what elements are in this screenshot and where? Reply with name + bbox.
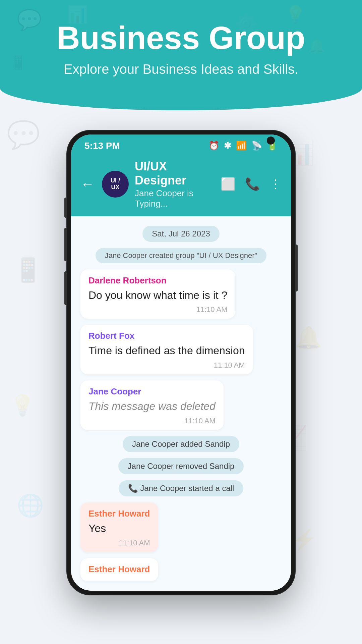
sender-name-esther: Esther Howard [88, 508, 150, 519]
signal-icon: 📡 [251, 141, 262, 151]
phone-btn-volume-down [64, 228, 67, 261]
sender-name-robert: Robert Fox [88, 331, 245, 341]
message-text-esther: Yes [88, 521, 150, 536]
svg-text:📱: 📱 [13, 256, 43, 284]
message-text-darlene: Do you know what time is it ? [88, 288, 227, 303]
action-text-remove: Jane Cooper removed Sandip [128, 462, 235, 471]
page-body: 💬 📊 ⚙️ 📱 🔔 💡 📈 🌐 ⚡ 5:13 PM ⏰ ✱ [0, 110, 362, 615]
action-removed-sandip: Jane Cooper removed Sandip [118, 458, 244, 474]
svg-text:💬: 💬 [7, 119, 40, 151]
message-esther: Esther Howard Yes 11:10 AM [80, 502, 158, 552]
action-text-add: Jane Cooper added Sandip [132, 439, 230, 449]
phone-btn-power [295, 245, 298, 291]
voice-call-icon[interactable]: 📞 [245, 177, 260, 191]
action-started-call: 📞 Jane Cooper started a call [119, 480, 244, 496]
alarm-icon: ⏰ [208, 141, 219, 151]
header-subtitle: Explore your Business Ideas and Skills. [13, 62, 349, 77]
message-text-robert: Time is defined as the dimension [88, 343, 245, 358]
svg-text:🔔: 🔔 [295, 325, 322, 351]
typing-status: Jane Cooper is Typing... [135, 188, 215, 209]
chat-info: UI/UX Designer Jane Cooper is Typing... [135, 159, 215, 209]
back-button[interactable]: ← [80, 176, 95, 192]
phone-mockup: 5:13 PM ⏰ ✱ 📶 📡 🔋 ← UI /UX UI/UX Designe… [67, 130, 295, 595]
group-avatar: UI /UX [102, 171, 129, 198]
status-time: 5:13 PM [84, 141, 120, 151]
message-time-jane: 11:10 AM [88, 417, 216, 425]
avatar-text: UI /UX [111, 177, 120, 191]
action-added-sandip: Jane Cooper added Sandip [123, 436, 239, 452]
svg-text:🌐: 🌐 [17, 492, 44, 519]
camera-notch [267, 137, 275, 145]
message-time-darlene: 11:10 AM [88, 305, 227, 314]
message-time-esther: 11:10 AM [88, 539, 150, 547]
status-bar: 5:13 PM ⏰ ✱ 📶 📡 🔋 [71, 135, 291, 155]
message-time-robert: 11:10 AM [88, 361, 245, 370]
bluetooth-icon: ✱ [224, 141, 231, 151]
header-title: Business Group [13, 20, 349, 56]
chat-title: UI/UX Designer [135, 159, 215, 187]
date-badge: Sat, Jul 26 2023 [142, 226, 219, 242]
system-message: Jane Cooper created group "UI / UX Desig… [96, 248, 267, 263]
sender-name-esther-2: Esther Howard [88, 564, 150, 575]
sender-name-jane: Jane Cooper [88, 386, 216, 397]
svg-text:⚡: ⚡ [292, 528, 317, 551]
message-jane-deleted: Jane Cooper This message was deleted 11:… [80, 380, 224, 430]
message-darlene: Darlene Robertson Do you know what time … [80, 269, 235, 319]
phone-btn-silent [64, 271, 67, 305]
chat-area: Sat, Jul 26 2023 Jane Cooper created gro… [71, 216, 291, 591]
phone-btn-volume-up [64, 198, 67, 218]
nav-actions: ⬜ 📞 ⋮ [221, 177, 282, 191]
video-call-icon[interactable]: ⬜ [221, 177, 236, 191]
message-robert: Robert Fox Time is defined as the dimens… [80, 325, 253, 374]
message-esther-partial: Esther Howard [80, 558, 158, 581]
more-options-icon[interactable]: ⋮ [269, 177, 282, 191]
sender-name-darlene: Darlene Robertson [88, 275, 227, 286]
phone-screen: 5:13 PM ⏰ ✱ 📶 📡 🔋 ← UI /UX UI/UX Designe… [71, 135, 291, 591]
header-banner: 💬 📊 ⚙️ 💡 🔔 📱 Business Group Explore your… [0, 0, 362, 110]
wifi-icon: 📶 [236, 141, 247, 151]
message-text-jane: This message was deleted [88, 399, 216, 414]
call-action-text: 📞 Jane Cooper started a call [128, 484, 234, 493]
svg-text:💡: 💡 [10, 393, 35, 417]
chat-navbar: ← UI /UX UI/UX Designer Jane Cooper is T… [71, 155, 291, 216]
